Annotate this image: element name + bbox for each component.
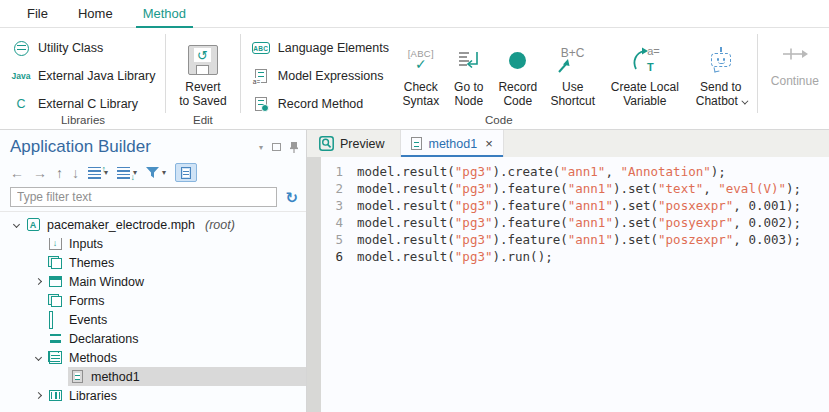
code-area[interactable]: 1model.result("pg3").create("ann1", "Ann… (307, 157, 829, 412)
record-code-icon (509, 40, 526, 80)
method-editor: Preview method1 × 1model.result("pg3").c… (307, 130, 829, 412)
tree-item-label: Forms (69, 294, 104, 308)
utility-class-button[interactable]: Utility Class (4, 34, 162, 62)
tree-item-content[interactable]: Apacemaker_electrode.mph(root) (24, 215, 306, 234)
chatbot-icon (709, 40, 733, 80)
ribbon-group-libraries: Utility Class Java External Java Library… (4, 28, 162, 129)
forward-arrow-icon[interactable]: → (33, 166, 47, 180)
method-doc-icon (411, 137, 422, 150)
chevron-collapsed-icon[interactable] (30, 279, 46, 284)
code-line-5[interactable]: 5model.result("pg3").feature("ann1").set… (321, 231, 829, 248)
ribbon-group-edit: ↺ Revert to Saved Edit (169, 28, 237, 129)
model-expressions-icon (252, 69, 270, 83)
close-tab-icon[interactable]: × (485, 136, 493, 151)
pin-icon[interactable] (290, 141, 298, 153)
tree-item-content[interactable]: Main Window (46, 272, 306, 291)
language-elements-button[interactable]: ABC Language Elements (244, 34, 396, 62)
tree-item-content[interactable]: Forms (46, 291, 306, 310)
ribbon-separator (165, 34, 166, 113)
move-up-icon[interactable]: ↑ (56, 166, 63, 180)
breakpoint-margin[interactable] (307, 157, 321, 412)
declarations-icon (47, 334, 63, 344)
tree-item-content[interactable]: Libraries (46, 386, 306, 405)
move-down-icon[interactable]: ↓ (72, 166, 79, 180)
collapse-all-button[interactable]: ↑ ▾ (88, 167, 108, 179)
tree-item-content[interactable]: Declarations (46, 329, 306, 348)
libraries-group-label: Libraries (4, 114, 162, 126)
tab-home[interactable]: Home (63, 0, 128, 27)
code-line-1[interactable]: 1model.result("pg3").create("ann1", "Ann… (321, 163, 829, 180)
revert-to-saved-icon: ↺ (188, 40, 218, 80)
tab-method[interactable]: Method (128, 0, 201, 27)
revert-to-saved-button[interactable]: ↺ Revert to Saved (169, 34, 237, 108)
tree-item-content[interactable]: Methods (46, 348, 306, 367)
go-to-node-icon (457, 40, 481, 80)
method-doc-icon (69, 370, 85, 383)
tree-item-content[interactable]: Themes (46, 253, 306, 272)
ribbon-group-code: ABC Language Elements Model Expressions … (244, 28, 754, 129)
expand-all-button[interactable]: ↓ ▾ (117, 167, 137, 179)
show-in-settings-toggle[interactable] (175, 163, 197, 182)
refresh-icon[interactable]: ↻ (285, 190, 298, 205)
line-number: 1 (321, 163, 343, 180)
code-line-2[interactable]: 2model.result("pg3").feature("ann1").set… (321, 180, 829, 197)
line-number: 3 (321, 197, 343, 214)
tree-item-pacemaker-electrode-mph[interactable]: Apacemaker_electrode.mph(root) (0, 215, 306, 234)
comsol-application-builder-window: File Home Method Utility Class Java Exte… (0, 0, 829, 412)
filter-button[interactable]: ▾ (146, 167, 166, 179)
expand-lines-icon: ↓ (117, 167, 130, 179)
tree-item-inputs[interactable]: ↓Inputs (0, 234, 306, 253)
tree-item-events[interactable]: Events (0, 310, 306, 329)
panel-menu-icon[interactable]: ▾ (259, 143, 263, 152)
chevron-expanded-icon[interactable] (30, 355, 46, 360)
c-language-icon: C (12, 97, 30, 111)
code-text: model.result("pg3").feature("ann1").set(… (343, 180, 801, 197)
tree-item-main-window[interactable]: Main Window (0, 272, 306, 291)
code-line-4[interactable]: 4model.result("pg3").feature("ann1").set… (321, 214, 829, 231)
continue-button[interactable]: Continue (761, 28, 829, 129)
float-window-icon[interactable] (272, 143, 281, 151)
libraries-icon (47, 390, 63, 401)
application-builder-panel: Application Builder ▾ ← → ↑ ↓ ↑ (0, 130, 307, 412)
tree-item-content[interactable]: ↓Inputs (46, 234, 306, 253)
tree-item-method1[interactable]: method1 (0, 367, 306, 386)
tree-item-label: Methods (69, 351, 117, 365)
code-line-6[interactable]: 6model.result("pg3").run(); (321, 248, 829, 265)
tree-item-label: Declarations (69, 332, 138, 346)
line-number: 6 (321, 248, 343, 265)
tree-item-content[interactable]: method1 (68, 367, 306, 386)
tree-item-themes[interactable]: Themes (0, 253, 306, 272)
tree-item-label: method1 (91, 370, 140, 384)
inputs-icon: ↓ (47, 238, 63, 250)
forms-icon (47, 294, 63, 307)
chevron-collapsed-icon[interactable] (30, 393, 46, 398)
external-java-library-button[interactable]: Java External Java Library (4, 62, 162, 90)
filter-input[interactable] (10, 187, 277, 207)
model-tree: Apacemaker_electrode.mph(root)↓InputsThe… (0, 211, 306, 412)
use-shortcut-icon: B+C (556, 40, 590, 80)
tab-method1[interactable]: method1 × (400, 130, 503, 157)
code-lines[interactable]: 1model.result("pg3").create("ann1", "Ann… (321, 157, 829, 412)
tab-file[interactable]: File (12, 0, 63, 27)
tree-item-methods[interactable]: Methods (0, 348, 306, 367)
back-arrow-icon[interactable]: ← (10, 166, 24, 180)
tree-item-content[interactable]: Events (46, 310, 306, 329)
filter-row: ↻ (0, 185, 306, 211)
ribbon-tab-bar: File Home Method (0, 0, 829, 28)
code-line-3[interactable]: 3model.result("pg3").feature("ann1").set… (321, 197, 829, 214)
tab-preview[interactable]: Preview (309, 130, 394, 157)
chevron-expanded-icon[interactable] (8, 222, 24, 227)
collapse-lines-icon: ↑ (88, 167, 101, 179)
abc-box-icon: ABC (252, 42, 270, 54)
tree-item-declarations[interactable]: Declarations (0, 329, 306, 348)
ribbon-separator (240, 34, 241, 113)
settings-page-icon (181, 167, 191, 179)
model-expressions-button[interactable]: Model Expressions (244, 62, 396, 90)
utility-class-icon (12, 41, 30, 56)
ribbon-separator (757, 34, 758, 113)
tree-item-libraries[interactable]: Libraries (0, 386, 306, 405)
tree-item-forms[interactable]: Forms (0, 291, 306, 310)
tree-item-label: Events (69, 313, 107, 327)
tree-item-label: Themes (69, 256, 114, 270)
code-group-label: Code (244, 114, 754, 126)
